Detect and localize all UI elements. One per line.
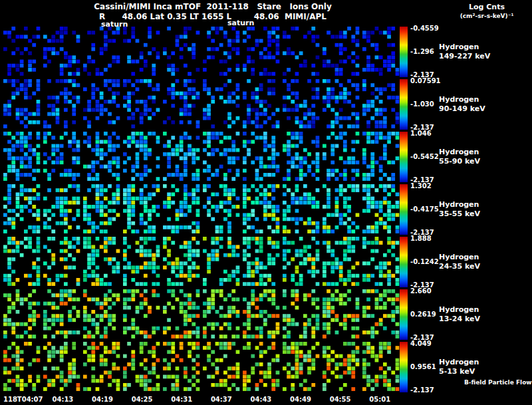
colorbar-mid-label: 0.2619 xyxy=(410,311,436,318)
time-tick-label: 04:25 xyxy=(132,396,153,403)
spectrogram-panels xyxy=(3,184,400,235)
colorbar xyxy=(400,27,408,77)
colorbar-max-label: 1.046 xyxy=(410,130,432,137)
species-name: Hydrogen xyxy=(439,358,479,367)
energy-range: 149-227 keV xyxy=(439,52,490,61)
time-tick-label: 04:19 xyxy=(92,396,113,403)
colorbar-max-label: 2.660 xyxy=(410,287,432,295)
colorbar xyxy=(400,289,408,340)
time-tick-label: 04:49 xyxy=(290,396,311,403)
energy-range: 90-149 keV xyxy=(439,104,485,114)
energy-band-row-5-13: 4.049 0.9561 -2.137 Hydrogen 5-13 keV xyxy=(0,342,532,392)
energy-band-row-90-149: 0.07591 -1.030 -2.137 Hydrogen 90-149 ke… xyxy=(0,79,532,130)
energy-range: 24-35 keV xyxy=(439,262,480,271)
time-tick-label: 118T04:07 xyxy=(3,396,43,403)
species-name: Hydrogen xyxy=(439,305,480,315)
species-label: Hydrogen 13-24 keV xyxy=(439,305,480,324)
energy-band-row-13-24: 2.660 0.2619 -2.137 Hydrogen 13-24 keV xyxy=(0,289,532,340)
colorbar-max-label: -0.4559 xyxy=(410,25,439,32)
species-name: Hydrogen xyxy=(439,148,480,157)
energy-range: 55-90 keV xyxy=(439,157,480,166)
energy-band-row-24-35: 1.888 -0.1242 -2.137 Hydrogen 24-35 keV xyxy=(0,237,532,287)
colorbar xyxy=(400,132,408,182)
page-subtitle: R 48.06 Lat 0.35 LT 1655 L 48.06 MIMI/AP… xyxy=(0,12,426,21)
colorbar-max-label: 4.049 xyxy=(410,340,432,347)
species-name: Hydrogen xyxy=(439,95,485,104)
spectrogram-panels xyxy=(3,237,400,287)
time-tick-label: 04:13 xyxy=(52,396,73,403)
species-label: Hydrogen 24-35 keV xyxy=(439,253,480,271)
energy-range: 13-24 keV xyxy=(439,315,480,324)
colorbar-legend-units: (cm²-sr-s-keV)⁻¹ xyxy=(444,13,529,19)
page-title: Cassini/MIMI Inca mTOF 2011-118 Stare Io… xyxy=(0,2,426,11)
colorbar xyxy=(400,79,408,130)
colorbar-mid-label: 0.9561 xyxy=(410,363,436,370)
species-label: Hydrogen 5-13 keV xyxy=(439,358,479,376)
time-tick-label: 05:01 xyxy=(369,396,390,403)
colorbar-mid-label: -0.5452 xyxy=(410,153,439,160)
species-name: Hydrogen xyxy=(439,253,480,262)
spectrogram-panels xyxy=(3,132,400,182)
colorbar-mid-label: -1.030 xyxy=(410,100,434,108)
time-tick-label: 04:55 xyxy=(330,396,351,403)
spectrogram-panels xyxy=(3,79,400,130)
time-axis: 118T04:0704:1304:1904:2504:3104:3704:430… xyxy=(0,396,532,405)
species-label: Hydrogen 149-227 keV xyxy=(439,43,490,61)
time-tick-label: 04:37 xyxy=(211,396,232,403)
energy-range: 5-13 keV xyxy=(439,367,479,376)
spectrogram-panels xyxy=(3,342,400,392)
time-tick-label: 04:43 xyxy=(250,396,271,403)
bfield-particle-flow-label: B-field Particle Flow xyxy=(464,379,532,386)
colorbar-mid-label: -0.1242 xyxy=(410,258,439,265)
species-label: Hydrogen 90-149 keV xyxy=(439,95,485,114)
species-label: Hydrogen 35-55 keV xyxy=(439,200,480,219)
species-label: Hydrogen 55-90 keV xyxy=(439,148,480,166)
colorbar xyxy=(400,342,408,392)
colorbar-min-label: -2.137 xyxy=(410,386,434,394)
colorbar-max-label: 0.07591 xyxy=(410,77,441,84)
spectrogram-panels xyxy=(3,27,400,77)
species-name: Hydrogen xyxy=(439,200,480,209)
energy-band-row-149-227: -0.4559 -1.296 -2.137 Hydrogen 149-227 k… xyxy=(0,27,532,77)
cassini-mimi-inca-display: Cassini/MIMI Inca mTOF 2011-118 Stare Io… xyxy=(0,0,532,405)
species-name: Hydrogen xyxy=(439,43,490,52)
colorbar-max-label: 1.888 xyxy=(410,235,432,242)
energy-band-row-55-90: 1.046 -0.5452 -2.137 Hydrogen 55-90 keV xyxy=(0,132,532,182)
colorbar-mid-label: -0.4175 xyxy=(410,205,439,213)
spectrogram-panels xyxy=(3,289,400,340)
energy-band-row-35-55: 1.302 -0.4175 -2.137 Hydrogen 35-55 keV xyxy=(0,184,532,235)
colorbar-legend-title: Log Cnts xyxy=(447,3,527,11)
time-tick-label: 04:31 xyxy=(171,396,192,403)
colorbar-mid-label: -1.296 xyxy=(410,48,434,55)
colorbar-max-label: 1.302 xyxy=(410,182,432,190)
colorbar xyxy=(400,237,408,287)
colorbar xyxy=(400,184,408,235)
energy-range: 35-55 keV xyxy=(439,209,480,219)
